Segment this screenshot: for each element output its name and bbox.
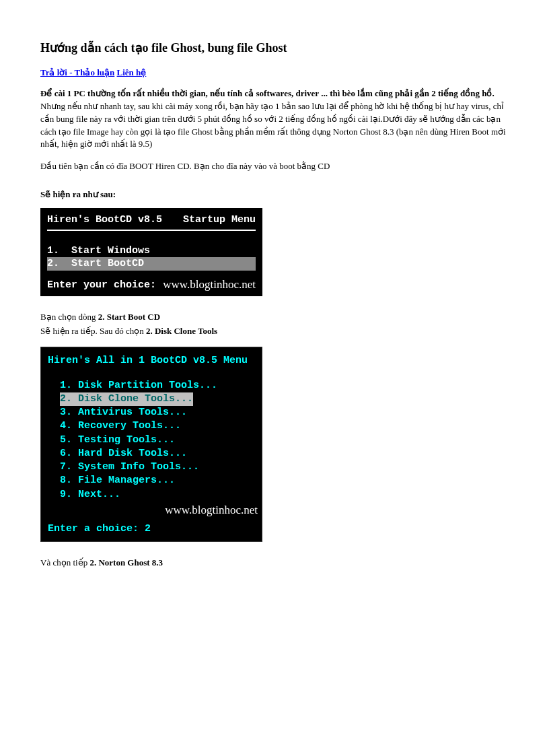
term2-item-4: 4. Recovery Tools... — [48, 419, 258, 433]
page-title: Hướng dẫn cách tạo file Ghost, bung file… — [40, 40, 509, 55]
term2-item-2-selected: 2. Disk Clone Tools... — [48, 392, 258, 406]
nav-links: Trả lời - Thảo luận Liên hệ — [40, 67, 509, 78]
term2-item-9: 9. Next... — [48, 488, 258, 502]
after-term2-line: Và chọn tiếp 2. Norton Ghost 8.3 — [40, 557, 509, 570]
term2-item-5: 5. Testing Tools... — [48, 434, 258, 447]
term2-item-3: 3. Antivirus Tools... — [48, 406, 258, 419]
intro-paragraph: Để cài 1 PC thường tốn rất nhiều thời gi… — [40, 88, 509, 151]
term2-prompt: Enter a choice: 2 — [48, 522, 258, 536]
term2-item-1: 1. Disk Partition Tools... — [48, 379, 258, 392]
reply-link[interactable]: Trả lời - Thảo luận — [40, 67, 114, 77]
term1-divider — [47, 230, 256, 231]
term1-title-left: Hiren's BootCD v8.5 — [47, 213, 162, 227]
terminal-screenshot-1: Hiren's BootCD v8.5 Startup Menu 1. Star… — [40, 208, 262, 296]
term2-watermark: www.blogtinhoc.net — [48, 503, 258, 518]
term1-enter-prompt: Enter your choice: — [47, 279, 156, 292]
term2-item-8: 8. File Managers... — [48, 474, 258, 487]
term1-title-right: Startup Menu — [183, 213, 256, 227]
section-label-1: Sẽ hiện ra như sau: — [40, 189, 509, 200]
contact-link[interactable]: Liên hệ — [117, 67, 147, 77]
term2-item-7: 7. System Info Tools... — [48, 460, 258, 474]
intro-rest: Nhưng nếu như nhanh tay, sau khi cài máy… — [40, 101, 506, 149]
document-page: Hướng dẫn cách tạo file Ghost, bung file… — [0, 0, 549, 756]
boot-instruction: Đầu tiên bạn cần có đĩa BOOT Hiren CD. B… — [40, 160, 509, 173]
terminal-screenshot-2: Hiren's All in 1 BootCD v8.5 Menu 1. Dis… — [40, 347, 262, 542]
term2-title: Hiren's All in 1 BootCD v8.5 Menu — [48, 354, 258, 368]
term1-item-2-selected: 2. Start BootCD — [47, 257, 256, 271]
after-term1-line2: Sẽ hiện ra tiếp. Sau đó chọn 2. Disk Clo… — [40, 325, 509, 338]
term1-item-1: 1. Start Windows — [47, 244, 256, 258]
after-term1-line1: Bạn chọn dòng 2. Start Boot CD — [40, 311, 509, 324]
intro-bold: Để cài 1 PC thường tốn rất nhiều thời gi… — [40, 88, 495, 98]
term2-item-6: 6. Hard Disk Tools... — [48, 447, 258, 460]
term1-watermark: www.blogtinhoc.net — [163, 277, 256, 292]
